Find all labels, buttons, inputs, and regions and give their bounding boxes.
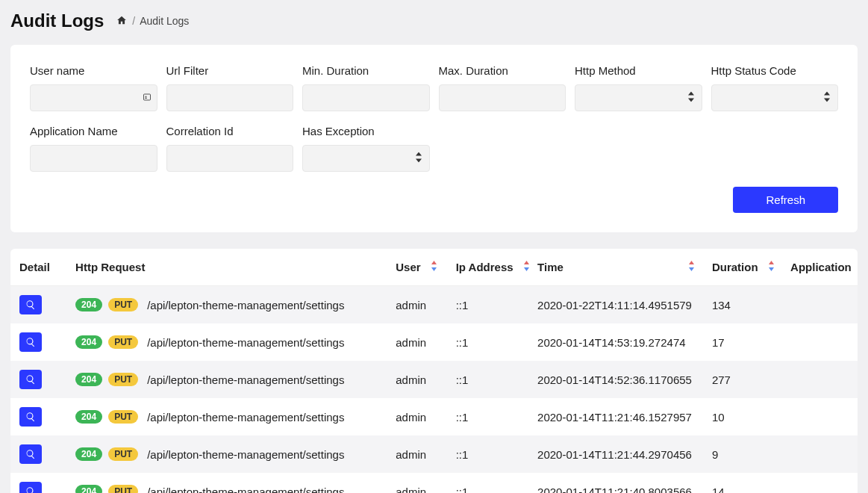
method-badge: PUT bbox=[108, 373, 138, 386]
cell-application bbox=[781, 398, 858, 435]
filter-correlation-id: Correlation Id bbox=[166, 125, 294, 172]
cell-user: admin bbox=[387, 323, 446, 361]
cell-duration: 17 bbox=[703, 323, 781, 361]
has-exception-label: Has Exception bbox=[302, 125, 430, 137]
breadcrumb-current: Audit Logs bbox=[140, 15, 189, 27]
cell-time: 2020-01-14T11:21:44.2970456 bbox=[528, 435, 703, 473]
method-badge: PUT bbox=[108, 447, 138, 461]
audit-table-card: Detail Http Request User Ip Address Time bbox=[10, 249, 858, 493]
cell-application bbox=[781, 286, 858, 324]
request-url: /api/lepton-theme-management/settings bbox=[147, 336, 344, 349]
breadcrumb-separator: / bbox=[132, 15, 135, 27]
request-url: /api/lepton-theme-management/settings bbox=[147, 373, 344, 386]
method-badge: PUT bbox=[108, 335, 138, 349]
method-badge: PUT bbox=[108, 298, 138, 311]
table-row: 204PUT/api/lepton-theme-management/setti… bbox=[10, 361, 858, 398]
correlation-id-input[interactable] bbox=[166, 145, 294, 172]
filter-max-duration: Max. Duration bbox=[439, 64, 566, 111]
cell-user: admin bbox=[387, 398, 446, 435]
http-status-label: Http Status Code bbox=[711, 64, 839, 77]
method-badge: PUT bbox=[108, 410, 138, 424]
username-label: User name bbox=[30, 64, 157, 77]
cell-application bbox=[781, 435, 858, 473]
page-title: Audit Logs bbox=[10, 10, 104, 31]
http-method-select[interactable] bbox=[575, 84, 702, 111]
th-application[interactable]: Application bbox=[781, 249, 858, 286]
url-filter-input[interactable] bbox=[166, 84, 294, 111]
detail-button[interactable] bbox=[19, 370, 42, 389]
http-method-label: Http Method bbox=[575, 64, 702, 77]
min-duration-input[interactable] bbox=[302, 84, 430, 111]
table-row: 204PUT/api/lepton-theme-management/setti… bbox=[10, 435, 858, 473]
breadcrumb: / Audit Logs bbox=[116, 15, 189, 28]
th-user[interactable]: User bbox=[387, 249, 446, 286]
sort-icon bbox=[524, 261, 529, 271]
th-http-request[interactable]: Http Request bbox=[66, 249, 387, 286]
table-row: 204PUT/api/lepton-theme-management/setti… bbox=[10, 286, 858, 324]
min-duration-label: Min. Duration bbox=[302, 64, 430, 77]
detail-button[interactable] bbox=[19, 482, 42, 493]
sort-icon bbox=[431, 261, 437, 271]
detail-button[interactable] bbox=[19, 332, 42, 352]
status-badge: 204 bbox=[75, 485, 102, 493]
status-badge: 204 bbox=[75, 410, 102, 424]
page-header: Audit Logs / Audit Logs bbox=[0, 0, 868, 45]
filter-http-method: Http Method bbox=[575, 64, 702, 111]
th-time[interactable]: Time bbox=[528, 249, 703, 286]
has-exception-select[interactable] bbox=[302, 145, 430, 172]
cell-duration: 134 bbox=[703, 286, 781, 324]
cell-duration: 10 bbox=[703, 398, 781, 435]
cell-time: 2020-01-22T14:11:14.4951579 bbox=[528, 286, 703, 324]
app-name-label: Application Name bbox=[30, 125, 157, 137]
cell-time: 2020-01-14T14:52:36.1170655 bbox=[528, 361, 703, 398]
request-url: /api/lepton-theme-management/settings bbox=[147, 411, 344, 424]
app-name-input[interactable] bbox=[30, 145, 157, 172]
http-status-select[interactable] bbox=[711, 84, 839, 111]
filter-has-exception: Has Exception bbox=[302, 125, 430, 172]
cell-application bbox=[781, 361, 858, 398]
request-url: /api/lepton-theme-management/settings bbox=[147, 299, 344, 311]
cell-time: 2020-01-14T14:53:19.272474 bbox=[528, 323, 703, 361]
detail-button[interactable] bbox=[19, 295, 42, 314]
filter-app-name: Application Name bbox=[30, 125, 157, 172]
cell-ip: ::1 bbox=[447, 361, 528, 398]
th-detail: Detail bbox=[10, 249, 66, 286]
filter-http-status: Http Status Code bbox=[711, 64, 839, 111]
max-duration-input[interactable] bbox=[439, 84, 566, 111]
sort-icon bbox=[769, 261, 774, 271]
refresh-button[interactable]: Refresh bbox=[733, 187, 838, 213]
th-ip-address[interactable]: Ip Address bbox=[447, 249, 528, 286]
cell-ip: ::1 bbox=[447, 473, 528, 493]
filter-url: Url Filter bbox=[166, 64, 294, 111]
audit-table: Detail Http Request User Ip Address Time bbox=[10, 249, 858, 493]
cell-duration: 14 bbox=[703, 473, 781, 493]
table-row: 204PUT/api/lepton-theme-management/setti… bbox=[10, 473, 858, 493]
method-badge: PUT bbox=[108, 485, 138, 493]
username-input[interactable] bbox=[30, 84, 157, 111]
home-icon[interactable] bbox=[116, 15, 128, 28]
table-row: 204PUT/api/lepton-theme-management/setti… bbox=[10, 398, 858, 435]
cell-user: admin bbox=[387, 286, 446, 324]
status-badge: 204 bbox=[75, 335, 102, 349]
status-badge: 204 bbox=[75, 373, 102, 386]
cell-ip: ::1 bbox=[447, 398, 528, 435]
cell-application bbox=[781, 323, 858, 361]
cell-ip: ::1 bbox=[447, 435, 528, 473]
request-url: /api/lepton-theme-management/settings bbox=[147, 448, 344, 461]
status-badge: 204 bbox=[75, 298, 102, 311]
cell-time: 2020-01-14T11:21:40.8003566 bbox=[528, 473, 703, 493]
correlation-id-label: Correlation Id bbox=[166, 125, 294, 137]
filter-username: User name bbox=[30, 64, 157, 111]
sort-icon bbox=[689, 261, 694, 271]
url-filter-label: Url Filter bbox=[166, 64, 294, 77]
cell-time: 2020-01-14T11:21:46.1527957 bbox=[528, 398, 703, 435]
cell-user: admin bbox=[387, 361, 446, 398]
cell-ip: ::1 bbox=[447, 323, 528, 361]
th-duration[interactable]: Duration bbox=[703, 249, 781, 286]
detail-button[interactable] bbox=[19, 407, 42, 427]
detail-button[interactable] bbox=[19, 444, 42, 464]
table-row: 204PUT/api/lepton-theme-management/setti… bbox=[10, 323, 858, 361]
request-url: /api/lepton-theme-management/settings bbox=[147, 486, 344, 494]
cell-user: admin bbox=[387, 435, 446, 473]
cell-ip: ::1 bbox=[447, 286, 528, 324]
